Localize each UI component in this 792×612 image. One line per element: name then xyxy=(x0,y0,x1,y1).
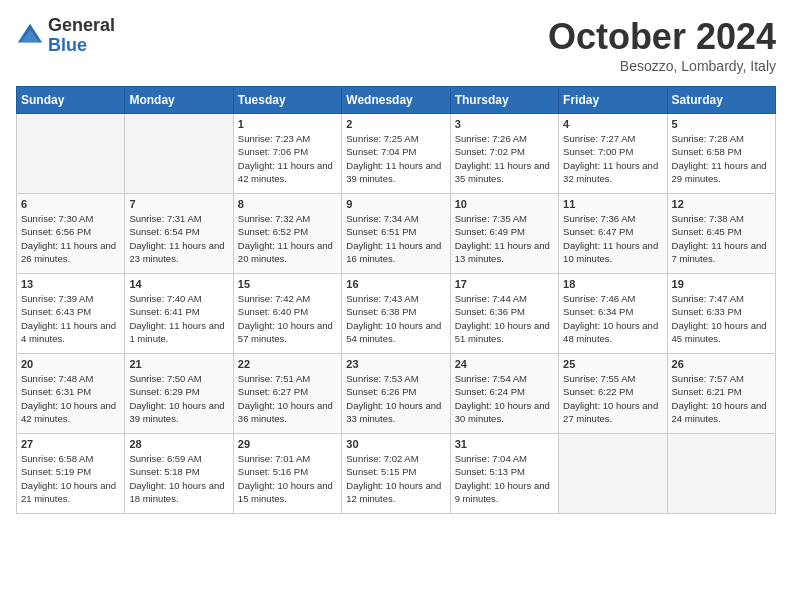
calendar-day-cell: 4Sunrise: 7:27 AM Sunset: 7:00 PM Daylig… xyxy=(559,114,667,194)
day-number: 24 xyxy=(455,358,554,370)
calendar-day-cell: 17Sunrise: 7:44 AM Sunset: 6:36 PM Dayli… xyxy=(450,274,558,354)
day-info: Sunrise: 7:04 AM Sunset: 5:13 PM Dayligh… xyxy=(455,452,554,505)
calendar-day-cell: 8Sunrise: 7:32 AM Sunset: 6:52 PM Daylig… xyxy=(233,194,341,274)
calendar-day-cell: 27Sunrise: 6:58 AM Sunset: 5:19 PM Dayli… xyxy=(17,434,125,514)
day-number: 20 xyxy=(21,358,120,370)
day-number: 10 xyxy=(455,198,554,210)
day-number: 15 xyxy=(238,278,337,290)
day-info: Sunrise: 7:25 AM Sunset: 7:04 PM Dayligh… xyxy=(346,132,445,185)
day-info: Sunrise: 7:34 AM Sunset: 6:51 PM Dayligh… xyxy=(346,212,445,265)
calendar-day-cell: 6Sunrise: 7:30 AM Sunset: 6:56 PM Daylig… xyxy=(17,194,125,274)
calendar-day-cell: 29Sunrise: 7:01 AM Sunset: 5:16 PM Dayli… xyxy=(233,434,341,514)
calendar-week-row: 20Sunrise: 7:48 AM Sunset: 6:31 PM Dayli… xyxy=(17,354,776,434)
day-number: 25 xyxy=(563,358,662,370)
calendar-day-cell: 19Sunrise: 7:47 AM Sunset: 6:33 PM Dayli… xyxy=(667,274,775,354)
day-info: Sunrise: 7:51 AM Sunset: 6:27 PM Dayligh… xyxy=(238,372,337,425)
location: Besozzo, Lombardy, Italy xyxy=(548,58,776,74)
day-number: 2 xyxy=(346,118,445,130)
day-info: Sunrise: 7:40 AM Sunset: 6:41 PM Dayligh… xyxy=(129,292,228,345)
calendar-table: SundayMondayTuesdayWednesdayThursdayFrid… xyxy=(16,86,776,514)
calendar-day-header: Sunday xyxy=(17,87,125,114)
logo-blue: Blue xyxy=(48,36,115,56)
calendar-day-header: Wednesday xyxy=(342,87,450,114)
day-number: 21 xyxy=(129,358,228,370)
day-number: 16 xyxy=(346,278,445,290)
calendar-day-cell: 10Sunrise: 7:35 AM Sunset: 6:49 PM Dayli… xyxy=(450,194,558,274)
calendar-day-cell: 22Sunrise: 7:51 AM Sunset: 6:27 PM Dayli… xyxy=(233,354,341,434)
day-number: 11 xyxy=(563,198,662,210)
calendar-day-header: Saturday xyxy=(667,87,775,114)
calendar-day-cell: 7Sunrise: 7:31 AM Sunset: 6:54 PM Daylig… xyxy=(125,194,233,274)
day-info: Sunrise: 7:32 AM Sunset: 6:52 PM Dayligh… xyxy=(238,212,337,265)
day-number: 23 xyxy=(346,358,445,370)
day-number: 26 xyxy=(672,358,771,370)
day-info: Sunrise: 7:26 AM Sunset: 7:02 PM Dayligh… xyxy=(455,132,554,185)
day-number: 7 xyxy=(129,198,228,210)
day-number: 4 xyxy=(563,118,662,130)
day-info: Sunrise: 7:43 AM Sunset: 6:38 PM Dayligh… xyxy=(346,292,445,345)
calendar-day-cell xyxy=(17,114,125,194)
calendar-week-row: 13Sunrise: 7:39 AM Sunset: 6:43 PM Dayli… xyxy=(17,274,776,354)
calendar-day-cell xyxy=(125,114,233,194)
calendar-day-header: Monday xyxy=(125,87,233,114)
calendar-day-cell xyxy=(559,434,667,514)
calendar-day-cell: 18Sunrise: 7:46 AM Sunset: 6:34 PM Dayli… xyxy=(559,274,667,354)
day-number: 8 xyxy=(238,198,337,210)
calendar-day-cell: 25Sunrise: 7:55 AM Sunset: 6:22 PM Dayli… xyxy=(559,354,667,434)
calendar-day-cell: 11Sunrise: 7:36 AM Sunset: 6:47 PM Dayli… xyxy=(559,194,667,274)
day-number: 14 xyxy=(129,278,228,290)
day-number: 6 xyxy=(21,198,120,210)
logo-general: General xyxy=(48,16,115,36)
day-number: 31 xyxy=(455,438,554,450)
calendar-day-cell: 20Sunrise: 7:48 AM Sunset: 6:31 PM Dayli… xyxy=(17,354,125,434)
day-number: 29 xyxy=(238,438,337,450)
calendar-day-cell: 16Sunrise: 7:43 AM Sunset: 6:38 PM Dayli… xyxy=(342,274,450,354)
day-number: 17 xyxy=(455,278,554,290)
calendar-day-cell: 9Sunrise: 7:34 AM Sunset: 6:51 PM Daylig… xyxy=(342,194,450,274)
day-info: Sunrise: 7:50 AM Sunset: 6:29 PM Dayligh… xyxy=(129,372,228,425)
day-number: 22 xyxy=(238,358,337,370)
calendar-day-cell: 2Sunrise: 7:25 AM Sunset: 7:04 PM Daylig… xyxy=(342,114,450,194)
day-info: Sunrise: 6:59 AM Sunset: 5:18 PM Dayligh… xyxy=(129,452,228,505)
day-number: 3 xyxy=(455,118,554,130)
calendar-header-row: SundayMondayTuesdayWednesdayThursdayFrid… xyxy=(17,87,776,114)
calendar-day-cell xyxy=(667,434,775,514)
day-info: Sunrise: 7:39 AM Sunset: 6:43 PM Dayligh… xyxy=(21,292,120,345)
day-number: 18 xyxy=(563,278,662,290)
calendar-day-cell: 26Sunrise: 7:57 AM Sunset: 6:21 PM Dayli… xyxy=(667,354,775,434)
day-info: Sunrise: 7:53 AM Sunset: 6:26 PM Dayligh… xyxy=(346,372,445,425)
day-number: 13 xyxy=(21,278,120,290)
day-info: Sunrise: 7:48 AM Sunset: 6:31 PM Dayligh… xyxy=(21,372,120,425)
day-info: Sunrise: 7:38 AM Sunset: 6:45 PM Dayligh… xyxy=(672,212,771,265)
day-info: Sunrise: 7:31 AM Sunset: 6:54 PM Dayligh… xyxy=(129,212,228,265)
logo: General Blue xyxy=(16,16,115,56)
calendar-week-row: 1Sunrise: 7:23 AM Sunset: 7:06 PM Daylig… xyxy=(17,114,776,194)
calendar-day-header: Tuesday xyxy=(233,87,341,114)
calendar-week-row: 6Sunrise: 7:30 AM Sunset: 6:56 PM Daylig… xyxy=(17,194,776,274)
day-number: 9 xyxy=(346,198,445,210)
day-number: 27 xyxy=(21,438,120,450)
logo-text: General Blue xyxy=(48,16,115,56)
day-info: Sunrise: 7:01 AM Sunset: 5:16 PM Dayligh… xyxy=(238,452,337,505)
calendar-day-cell: 24Sunrise: 7:54 AM Sunset: 6:24 PM Dayli… xyxy=(450,354,558,434)
day-info: Sunrise: 7:57 AM Sunset: 6:21 PM Dayligh… xyxy=(672,372,771,425)
calendar-day-cell: 13Sunrise: 7:39 AM Sunset: 6:43 PM Dayli… xyxy=(17,274,125,354)
calendar-day-cell: 31Sunrise: 7:04 AM Sunset: 5:13 PM Dayli… xyxy=(450,434,558,514)
day-info: Sunrise: 7:30 AM Sunset: 6:56 PM Dayligh… xyxy=(21,212,120,265)
day-info: Sunrise: 7:42 AM Sunset: 6:40 PM Dayligh… xyxy=(238,292,337,345)
day-info: Sunrise: 7:44 AM Sunset: 6:36 PM Dayligh… xyxy=(455,292,554,345)
calendar-day-cell: 1Sunrise: 7:23 AM Sunset: 7:06 PM Daylig… xyxy=(233,114,341,194)
calendar-day-cell: 15Sunrise: 7:42 AM Sunset: 6:40 PM Dayli… xyxy=(233,274,341,354)
day-info: Sunrise: 7:55 AM Sunset: 6:22 PM Dayligh… xyxy=(563,372,662,425)
day-info: Sunrise: 7:27 AM Sunset: 7:00 PM Dayligh… xyxy=(563,132,662,185)
calendar-day-header: Thursday xyxy=(450,87,558,114)
calendar-day-cell: 28Sunrise: 6:59 AM Sunset: 5:18 PM Dayli… xyxy=(125,434,233,514)
day-info: Sunrise: 7:28 AM Sunset: 6:58 PM Dayligh… xyxy=(672,132,771,185)
calendar-week-row: 27Sunrise: 6:58 AM Sunset: 5:19 PM Dayli… xyxy=(17,434,776,514)
day-number: 28 xyxy=(129,438,228,450)
calendar-day-cell: 21Sunrise: 7:50 AM Sunset: 6:29 PM Dayli… xyxy=(125,354,233,434)
day-info: Sunrise: 7:35 AM Sunset: 6:49 PM Dayligh… xyxy=(455,212,554,265)
calendar-day-header: Friday xyxy=(559,87,667,114)
day-number: 12 xyxy=(672,198,771,210)
title-section: October 2024 Besozzo, Lombardy, Italy xyxy=(548,16,776,74)
